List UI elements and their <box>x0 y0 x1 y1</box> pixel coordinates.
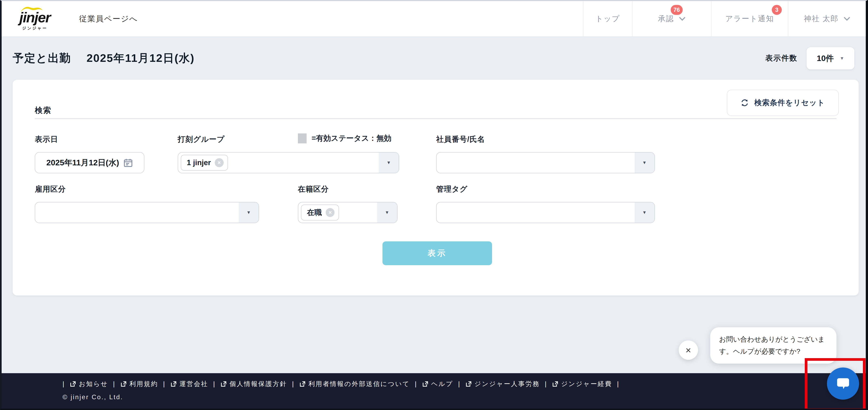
logo-subtext: ジンジャー <box>9 26 60 31</box>
separator: | <box>213 380 216 388</box>
caret-down-icon: ▼ <box>386 160 391 165</box>
caret-down-icon: ▼ <box>385 210 390 215</box>
reset-search-label: 検索条件をリセット <box>754 98 825 108</box>
footer-link-label: 利用者情報の外部送信について <box>308 380 410 388</box>
caret-down-icon: ▼ <box>246 210 251 215</box>
jinjer-logo[interactable]: jinjer ジンジャー <box>9 5 60 36</box>
close-icon: × <box>686 345 691 356</box>
chat-message-bubble: お問い合わせありがとうございます。ヘルプが必要ですか? <box>710 327 836 364</box>
inactive-status-swatch <box>298 134 307 143</box>
employee-label: 社員番号/氏名 <box>436 135 485 144</box>
select-arrow[interactable]: ▼ <box>634 202 654 223</box>
external-link-icon <box>552 381 558 387</box>
nav-item-alert-notification[interactable]: アラート通知3 <box>711 1 788 36</box>
enrollment-type-select[interactable]: 在職 × ▼ <box>298 202 398 223</box>
divider <box>35 118 836 119</box>
status-legend-text: =有効ステータス：無効 <box>312 134 392 143</box>
employee-page-link[interactable]: 従業員ページへ <box>79 13 138 24</box>
notification-badge: 76 <box>671 5 683 15</box>
employment-type-label: 雇用区分 <box>35 184 66 194</box>
external-link-icon <box>300 381 306 387</box>
display-count-value: 10件 <box>817 53 834 64</box>
chat-close-button[interactable]: × <box>679 341 698 360</box>
select-arrow[interactable]: ▼ <box>379 152 399 173</box>
nav-item-label: 承認 <box>658 14 674 24</box>
separator: | <box>113 380 116 388</box>
footer-link-label: ジンジャー経費 <box>561 380 612 388</box>
select-arrow[interactable]: ▼ <box>377 202 397 223</box>
select-arrow[interactable]: ▼ <box>239 202 259 223</box>
external-link-icon <box>170 381 177 387</box>
separator: | <box>292 380 294 388</box>
nav-item-approval[interactable]: 承認76 <box>632 1 711 36</box>
enrollment-type-label: 在籍区分 <box>298 184 329 194</box>
remove-tag-icon[interactable]: × <box>215 158 224 167</box>
title-row: 予定と出勤 2025年11月12日(水) 表示件数 10件 ▼ <box>2 37 866 80</box>
caret-down-icon: ▼ <box>840 56 844 61</box>
footer-link-label: 利用規約 <box>129 380 158 388</box>
chevron-down-icon <box>844 17 850 21</box>
logo-swoosh-icon <box>18 5 45 13</box>
copyright: © jinjer Co., Ltd. <box>62 393 123 401</box>
footer-link-jinjer-expense[interactable]: ジンジャー経費 <box>552 380 612 388</box>
chat-bubble-icon <box>836 376 850 391</box>
chat-launcher-button[interactable] <box>827 368 859 400</box>
refresh-icon <box>741 99 749 107</box>
app-window: jinjer ジンジャー 従業員ページへ トップ承認76アラート通知3神社 太郎… <box>0 0 868 410</box>
separator: | <box>458 380 461 388</box>
footer-link-label: 個人情報保護方針 <box>229 380 287 388</box>
select-arrow[interactable]: ▼ <box>634 152 654 173</box>
caret-down-icon: ▼ <box>642 210 647 215</box>
display-count: 表示件数 10件 ▼ <box>765 47 855 70</box>
employee-select[interactable]: ▼ <box>436 152 655 173</box>
nav-item-top[interactable]: トップ <box>583 1 632 36</box>
display-count-select[interactable]: 10件 ▼ <box>806 47 855 70</box>
footer-link-label: ジンジャー人事労務 <box>474 380 540 388</box>
external-link-icon <box>466 381 472 387</box>
external-link-icon <box>70 381 76 387</box>
footer-link-news[interactable]: お知らせ <box>70 380 108 388</box>
footer-link-jinjer-hr[interactable]: ジンジャー人事労務 <box>466 380 540 388</box>
external-link-icon <box>221 381 227 387</box>
external-link-icon <box>422 381 428 387</box>
display-date-input[interactable]: 2025年11月12日(水) <box>35 152 144 173</box>
header-nav: トップ承認76アラート通知3神社 太郎 <box>583 1 866 36</box>
employment-type-select[interactable]: ▼ <box>35 202 259 223</box>
footer-link-company[interactable]: 運営会社 <box>170 380 208 388</box>
reset-search-button[interactable]: 検索条件をリセット <box>727 90 839 116</box>
management-tag-select[interactable]: ▼ <box>436 202 655 223</box>
management-tag-label: 管理タグ <box>436 184 467 194</box>
notification-badge: 3 <box>772 5 782 15</box>
separator: | <box>545 380 547 388</box>
footer-link-external-transmission[interactable]: 利用者情報の外部送信について <box>300 380 410 388</box>
display-count-label: 表示件数 <box>765 53 798 63</box>
nav-item-label: 神社 太郎 <box>804 14 839 24</box>
nav-item-label: トップ <box>595 14 620 24</box>
punch-group-select[interactable]: 1 jinjer × ▼ <box>178 152 399 173</box>
footer-link-privacy-policy[interactable]: 個人情報保護方針 <box>221 380 287 388</box>
page-title: 予定と出勤 <box>12 51 71 66</box>
footer-link-help[interactable]: ヘルプ <box>422 380 453 388</box>
external-link-icon <box>121 381 127 387</box>
nav-item-label: アラート通知 <box>725 14 774 24</box>
footer-link-terms[interactable]: 利用規約 <box>121 380 158 388</box>
show-button[interactable]: 表示 <box>382 241 492 265</box>
punch-group-label: 打刻グループ <box>178 135 225 144</box>
chat-message-text: お問い合わせありがとうございます。ヘルプが必要ですか? <box>719 335 825 355</box>
display-date-label: 表示日 <box>35 135 58 144</box>
enrollment-tag: 在職 × <box>301 205 339 221</box>
punch-group-tag: 1 jinjer × <box>181 155 228 171</box>
footer: |お知らせ|利用規約|運営会社|個人情報保護方針|利用者情報の外部送信について|… <box>2 373 866 409</box>
nav-item-user-menu[interactable]: 神社 太郎 <box>788 1 866 36</box>
footer-link-label: 運営会社 <box>180 380 209 388</box>
enrollment-tag-label: 在職 <box>307 208 322 217</box>
calendar-icon <box>123 158 133 167</box>
separator: | <box>163 380 165 388</box>
search-card: 検索 検索条件をリセット 表示日 打刻グループ =有効ステータス：無効 社員番号… <box>12 80 859 296</box>
footer-links: |お知らせ|利用規約|運営会社|個人情報保護方針|利用者情報の外部送信について|… <box>62 380 620 388</box>
punch-group-tag-label: 1 jinjer <box>187 158 211 167</box>
status-legend: =有効ステータス：無効 <box>298 134 392 143</box>
separator: | <box>617 380 620 388</box>
remove-tag-icon[interactable]: × <box>326 208 335 217</box>
search-section-title: 検索 <box>35 105 52 116</box>
